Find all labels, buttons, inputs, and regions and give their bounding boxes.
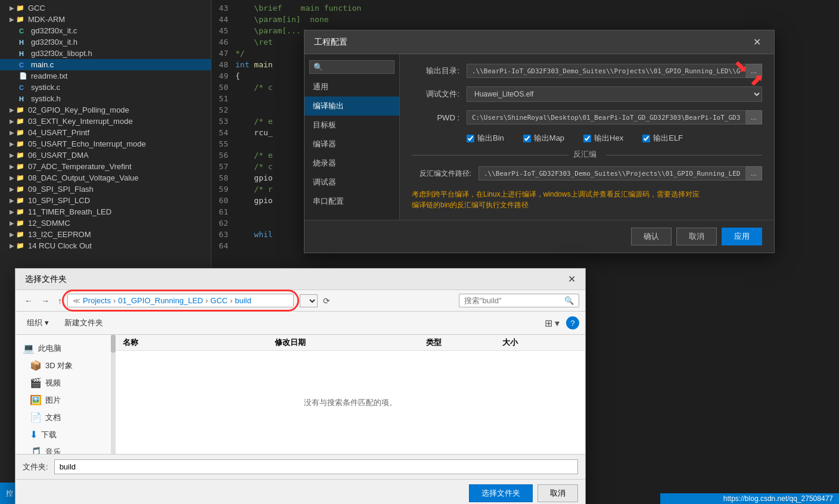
checkbox-elf-input[interactable] <box>642 135 650 142</box>
sidebar-item-computer[interactable]: 💻 此电脑 <box>15 340 115 357</box>
tree-item-spi-lcd[interactable]: ▶ 📁 10_SPI_SPI_LCD <box>0 195 211 206</box>
menu-item-flasher[interactable]: 烧录器 <box>304 154 399 173</box>
forward-button[interactable]: → <box>38 295 52 307</box>
output-dir-input-wrap: ... <box>467 64 762 78</box>
checkbox-hex-input[interactable] <box>583 135 591 142</box>
menu-item-target[interactable]: 目标板 <box>304 116 399 135</box>
select-folder-button[interactable]: 选择文件夹 <box>469 484 533 502</box>
up-button[interactable]: ↑ <box>55 295 65 307</box>
tree-item-usart-dma[interactable]: ▶ 📁 06_USART_DMA <box>0 150 211 161</box>
checkbox-elf[interactable]: 输出ELF <box>642 133 683 144</box>
dialog-title-label: 工程配置 <box>314 37 347 48</box>
confirm-button[interactable]: 确认 <box>631 228 672 245</box>
tree-item-systick-c[interactable]: C systick.c <box>0 82 211 93</box>
pwd-input[interactable] <box>467 110 746 125</box>
refresh-button[interactable]: ⟳ <box>320 295 333 307</box>
file-dialog-title-label: 选择文件夹 <box>25 274 67 285</box>
documents-icon: 📄 <box>30 412 42 423</box>
disasm-path-input[interactable] <box>478 166 746 181</box>
disasm-browse-btn[interactable]: ... <box>746 166 762 181</box>
tree-item-rcu[interactable]: ▶ 📁 14 RCU Clock Out <box>0 240 211 251</box>
sidebar-item-downloads[interactable]: ⬇ 下载 <box>15 426 115 443</box>
file-footer: 文件夹: <box>15 454 585 479</box>
video-icon: 🎬 <box>30 377 42 388</box>
new-folder-button[interactable]: 新建文件夹 <box>59 315 108 331</box>
breadcrumb-dropdown[interactable] <box>300 294 318 307</box>
search-input[interactable] <box>464 296 564 305</box>
sidebar-item-3d[interactable]: 📦 3D 对象 <box>15 357 115 374</box>
breadcrumb-build[interactable]: build <box>235 296 251 305</box>
tree-item-main-c[interactable]: C main.c <box>0 59 211 70</box>
back-button[interactable]: ← <box>21 295 36 307</box>
organize-button[interactable]: 组织 ▾ <box>21 315 54 331</box>
output-checkboxes: 输出Bin 输出Map 输出Hex 输出ELF <box>467 133 762 144</box>
tree-item-systick-h[interactable]: H systick.h <box>0 93 211 104</box>
breadcrumb-bar[interactable]: ≪ Projects › 01_GPIO_Running_LED › GCC ›… <box>67 294 294 307</box>
checkbox-map-input[interactable] <box>523 135 531 142</box>
menu-item-general[interactable]: 通用 <box>304 77 399 97</box>
tree-item-usart-printf[interactable]: ▶ 📁 04_USART_Printf <box>0 127 211 138</box>
tree-item-readme[interactable]: 📄 readme.txt <box>0 70 211 82</box>
tree-item-i2c[interactable]: ▶ 📁 13_I2C_EEPROM <box>0 229 211 240</box>
tree-item-usart-echo[interactable]: ▶ 📁 05_USART_Echo_Interrupt_mode <box>0 138 211 150</box>
pwd-browse-btn[interactable]: ... <box>746 110 762 125</box>
folder-name-input[interactable] <box>54 459 578 474</box>
tree-item-sdmmc[interactable]: ▶ 📁 12_SDMMC <box>0 217 211 229</box>
3d-icon: 📦 <box>30 360 42 371</box>
sidebar-item-video[interactable]: 🎬 视频 <box>15 374 115 391</box>
breadcrumb-gpio[interactable]: 01_GPIO_Running_LED <box>118 296 203 305</box>
checkbox-map[interactable]: 输出Map <box>523 133 564 144</box>
debug-file-label: 调试文件: <box>412 89 459 99</box>
debug-file-row: 调试文件: Huawei_LiteOS.elf <box>412 86 762 102</box>
checkbox-bin[interactable]: 输出Bin <box>467 133 504 144</box>
cancel-button[interactable]: 取消 <box>676 228 717 245</box>
apply-button[interactable]: 应用 <box>722 228 762 245</box>
status-url: https://blog.csdn.net/qq_27508477 <box>723 494 833 503</box>
tree-item-dac[interactable]: ▶ 📁 08_DAC_Output_Voltage_Value <box>0 172 211 183</box>
file-dialog-close-button[interactable]: ✕ <box>568 273 576 285</box>
menu-search-input[interactable] <box>325 63 390 71</box>
menu-item-compile-output[interactable]: 编译输出 <box>304 97 399 116</box>
tree-item-gcc[interactable]: ▶ 📁 GCC <box>0 2 211 14</box>
sidebar-item-pictures[interactable]: 🖼️ 图片 <box>15 391 115 409</box>
tree-item-it-h[interactable]: H gd32f30x_it.h <box>0 36 211 48</box>
menu-item-debugger[interactable]: 调试器 <box>304 173 399 192</box>
sidebar-item-documents[interactable]: 📄 文档 <box>15 409 115 426</box>
tree-item-exti[interactable]: ▶ 📁 03_EXTI_Key_Interrupt_mode <box>0 116 211 127</box>
dialog-title-bar: 工程配置 ✕ <box>304 30 774 54</box>
sidebar-scrollbar[interactable] <box>111 335 116 454</box>
menu-item-serial[interactable]: 串口配置 <box>304 192 399 211</box>
output-dir-input[interactable] <box>467 64 746 78</box>
menu-item-compiler[interactable]: 编译器 <box>304 135 399 154</box>
downloads-icon: ⬇ <box>30 429 38 440</box>
sidebar-scrollbar-thumb[interactable] <box>111 335 116 353</box>
tree-item-spi-flash[interactable]: ▶ 📁 09_SPI_SPI_Flash <box>0 183 211 195</box>
checkbox-hex[interactable]: 输出Hex <box>583 133 623 144</box>
view-toggle-button[interactable]: ⊞ ▾ <box>542 316 563 330</box>
col-header-type[interactable]: 类型 <box>426 337 502 348</box>
col-header-date[interactable]: 修改日期 <box>275 337 427 348</box>
tree-item-mdkarm[interactable]: ▶ 📁 MDK-ARM <box>0 14 211 25</box>
output-dir-label: 输出目录: <box>412 66 459 76</box>
computer-icon: 💻 <box>23 343 35 354</box>
tree-item-adc[interactable]: ▶ 📁 07_ADC_Temperature_Vrefint <box>0 161 211 172</box>
tree-item-gpio-key[interactable]: ▶ 📁 02_GPIO_Key_Polling_mode <box>0 104 211 116</box>
dialog-close-button[interactable]: ✕ <box>750 35 765 49</box>
tree-item-timer[interactable]: ▶ 📁 11_TIMER_Breath_LED <box>0 206 211 217</box>
output-dir-browse-btn[interactable]: ... <box>746 64 762 78</box>
file-left-sidebar: 💻 此电脑 📦 3D 对象 🎬 视频 🖼️ 图片 📄 文档 <box>15 335 116 454</box>
disasm-path-input-wrap: ... <box>478 166 762 181</box>
file-cancel-button[interactable]: 取消 <box>537 484 578 502</box>
breadcrumb-gcc[interactable]: GCC <box>210 296 228 305</box>
checkbox-bin-input[interactable] <box>467 135 474 142</box>
sidebar-item-music[interactable]: 🎵 音乐 <box>15 443 115 454</box>
col-header-name[interactable]: 名称 <box>123 337 275 348</box>
help-button[interactable]: ? <box>566 316 579 329</box>
col-header-size[interactable]: 大小 <box>502 337 578 348</box>
tree-item-it-c[interactable]: C gd32f30x_it.c <box>0 25 211 36</box>
file-main-area: 💻 此电脑 📦 3D 对象 🎬 视频 🖼️ 图片 📄 文档 <box>15 335 585 454</box>
debug-file-select[interactable]: Huawei_LiteOS.elf <box>467 86 762 102</box>
bottom-panel-label: 控 <box>6 489 13 499</box>
breadcrumb-projects[interactable]: Projects <box>83 296 111 305</box>
tree-item-libopt[interactable]: H gd32f30x_libopt.h <box>0 48 211 59</box>
